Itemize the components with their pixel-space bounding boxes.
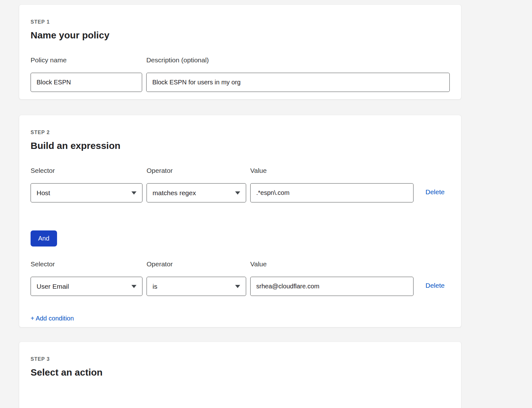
delete-link-2[interactable]: Delete	[425, 282, 445, 289]
chevron-down-icon	[131, 285, 136, 288]
value-input-1[interactable]	[250, 183, 413, 202]
delete-cell-1: Delete	[425, 182, 445, 201]
step1-card: STEP 1 Name your policy Policy name Desc…	[19, 4, 461, 99]
step2-card: STEP 2 Build an expression Selector Host…	[19, 115, 461, 327]
value-group-1: Value	[250, 167, 413, 202]
policy-name-label: Policy name	[31, 56, 142, 64]
policy-name-input[interactable]	[31, 73, 142, 92]
chevron-down-icon	[131, 191, 136, 195]
condition-row-1: Selector Host Operator matches regex Val…	[31, 167, 450, 202]
policy-name-group: Policy name	[31, 56, 142, 92]
selector-dropdown-1[interactable]: Host	[31, 183, 142, 202]
operator-group-1: Operator matches regex	[147, 167, 246, 202]
step3-title: Select an action	[31, 367, 450, 378]
step1-title: Name your policy	[31, 30, 450, 41]
selector-label: Selector	[31, 167, 142, 174]
operator-dropdown-value: matches regex	[153, 189, 196, 197]
step3-label: STEP 3	[31, 356, 450, 362]
selector-label: Selector	[31, 260, 142, 268]
chevron-down-icon	[235, 191, 240, 195]
selector-group-1: Selector Host	[31, 167, 142, 202]
selector-dropdown-value: User Email	[37, 283, 69, 290]
selector-dropdown-value: Host	[37, 189, 50, 197]
description-label: Description (optional)	[146, 56, 450, 64]
step2-label: STEP 2	[31, 130, 450, 135]
operator-dropdown-2[interactable]: is	[147, 277, 246, 296]
delete-cell-2: Delete	[425, 276, 445, 295]
selector-dropdown-2[interactable]: User Email	[31, 277, 142, 296]
step2-title: Build an expression	[31, 140, 450, 151]
condition-row-2: Selector User Email Operator is Value De…	[31, 260, 450, 296]
operator-label: Operator	[147, 260, 246, 268]
value-input-2[interactable]	[250, 277, 413, 296]
step1-fields-row: Policy name Description (optional)	[31, 56, 450, 92]
description-input[interactable]	[146, 73, 450, 92]
operator-label: Operator	[147, 167, 246, 174]
selector-group-2: Selector User Email	[31, 260, 142, 296]
policy-builder-page: STEP 1 Name your policy Policy name Desc…	[0, 0, 532, 408]
value-label: Value	[250, 167, 413, 174]
operator-group-2: Operator is	[147, 260, 246, 296]
step1-label: STEP 1	[31, 19, 450, 25]
step3-card: STEP 3 Select an action	[19, 342, 461, 408]
value-label: Value	[250, 260, 413, 268]
operator-dropdown-value: is	[153, 283, 157, 290]
and-button[interactable]: And	[31, 230, 57, 246]
add-condition-link[interactable]: + Add condition	[31, 315, 74, 322]
operator-dropdown-1[interactable]: matches regex	[147, 183, 246, 202]
delete-link-1[interactable]: Delete	[425, 188, 445, 196]
description-group: Description (optional)	[146, 56, 450, 92]
value-group-2: Value	[250, 260, 413, 296]
chevron-down-icon	[235, 285, 240, 288]
